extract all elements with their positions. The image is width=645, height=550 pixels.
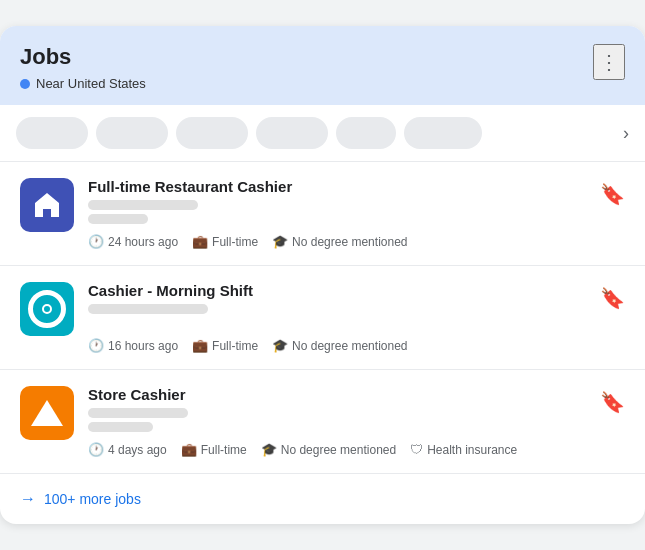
job-type-2: 💼 Full-time bbox=[192, 338, 258, 353]
briefcase-icon: 💼 bbox=[192, 234, 208, 249]
job-type-3: 💼 Full-time bbox=[181, 442, 247, 457]
bookmark-button-3[interactable]: 🔖 bbox=[596, 386, 629, 418]
filter-row: › bbox=[0, 105, 645, 162]
house-icon bbox=[31, 189, 63, 221]
filter-pill-3[interactable] bbox=[176, 117, 248, 149]
table-row[interactable]: Store Cashier 🕐 4 days ago 💼 Full-time 🎓… bbox=[0, 370, 645, 473]
company-bar2-1 bbox=[88, 214, 148, 224]
filter-pill-2[interactable] bbox=[96, 117, 168, 149]
job-logo-3 bbox=[20, 386, 74, 440]
education-1: 🎓 No degree mentioned bbox=[272, 234, 407, 249]
location-row: Near United States bbox=[20, 76, 146, 91]
arrow-right-icon: → bbox=[20, 490, 36, 508]
job-title-1: Full-time Restaurant Cashier bbox=[88, 178, 625, 195]
posted-time-1: 🕐 24 hours ago bbox=[88, 234, 178, 249]
spacer-2 bbox=[88, 318, 625, 328]
job-meta-1: 🕐 24 hours ago 💼 Full-time 🎓 No degree m… bbox=[88, 234, 625, 249]
footer: → 100+ more jobs bbox=[0, 473, 645, 524]
header: Jobs Near United States ⋮ bbox=[0, 26, 645, 105]
diploma-icon: 🎓 bbox=[272, 338, 288, 353]
job-info-1: Full-time Restaurant Cashier 🕐 24 hours … bbox=[88, 178, 625, 249]
shield-icon: 🛡 bbox=[410, 442, 423, 457]
company-bar2-3 bbox=[88, 422, 153, 432]
filter-pill-5[interactable] bbox=[336, 117, 396, 149]
job-meta-2: 🕐 16 hours ago 💼 Full-time 🎓 No degree m… bbox=[88, 338, 625, 353]
posted-time-3: 🕐 4 days ago bbox=[88, 442, 167, 457]
posted-time-2: 🕐 16 hours ago bbox=[88, 338, 178, 353]
briefcase-icon: 💼 bbox=[192, 338, 208, 353]
job-type-1: 💼 Full-time bbox=[192, 234, 258, 249]
clock-icon: 🕐 bbox=[88, 442, 104, 457]
job-title-3: Store Cashier bbox=[88, 386, 625, 403]
location-text: Near United States bbox=[36, 76, 146, 91]
filter-pill-4[interactable] bbox=[256, 117, 328, 149]
filter-pill-1[interactable] bbox=[16, 117, 88, 149]
table-row[interactable]: Cashier - Morning Shift 🕐 16 hours ago 💼… bbox=[0, 266, 645, 370]
triangle-icon bbox=[31, 400, 63, 426]
table-row[interactable]: Full-time Restaurant Cashier 🕐 24 hours … bbox=[0, 162, 645, 266]
more-jobs-label: 100+ more jobs bbox=[44, 491, 141, 507]
health-insurance-badge: 🛡 Health insurance bbox=[410, 442, 517, 457]
job-info-2: Cashier - Morning Shift 🕐 16 hours ago 💼… bbox=[88, 282, 625, 353]
job-list: Full-time Restaurant Cashier 🕐 24 hours … bbox=[0, 162, 645, 473]
diploma-icon: 🎓 bbox=[261, 442, 277, 457]
diploma-icon: 🎓 bbox=[272, 234, 288, 249]
clock-icon: 🕐 bbox=[88, 338, 104, 353]
job-title-2: Cashier - Morning Shift bbox=[88, 282, 625, 299]
job-info-3: Store Cashier 🕐 4 days ago 💼 Full-time 🎓… bbox=[88, 386, 625, 457]
location-dot-icon bbox=[20, 79, 30, 89]
menu-button[interactable]: ⋮ bbox=[593, 44, 625, 80]
header-left: Jobs Near United States bbox=[20, 44, 146, 91]
job-meta-3: 🕐 4 days ago 💼 Full-time 🎓 No degree men… bbox=[88, 442, 625, 457]
job-logo-2 bbox=[20, 282, 74, 336]
page-title: Jobs bbox=[20, 44, 146, 70]
more-jobs-link[interactable]: → 100+ more jobs bbox=[20, 490, 625, 508]
filter-pill-6[interactable] bbox=[404, 117, 482, 149]
company-bar-3 bbox=[88, 408, 188, 418]
job-logo-1 bbox=[20, 178, 74, 232]
filter-arrow-icon[interactable]: › bbox=[623, 123, 629, 144]
bookmark-button-2[interactable]: 🔖 bbox=[596, 282, 629, 314]
company-bar-1 bbox=[88, 200, 198, 210]
briefcase-icon: 💼 bbox=[181, 442, 197, 457]
bookmark-button-1[interactable]: 🔖 bbox=[596, 178, 629, 210]
education-2: 🎓 No degree mentioned bbox=[272, 338, 407, 353]
company-bar-2 bbox=[88, 304, 208, 314]
ring-icon bbox=[28, 290, 66, 328]
education-3: 🎓 No degree mentioned bbox=[261, 442, 396, 457]
jobs-card: Jobs Near United States ⋮ › Full-time bbox=[0, 26, 645, 524]
clock-icon: 🕐 bbox=[88, 234, 104, 249]
